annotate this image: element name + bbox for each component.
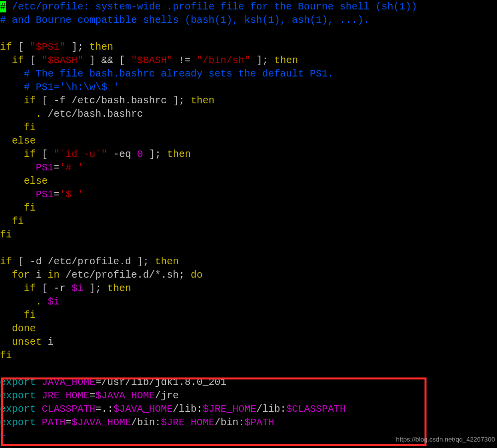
keyword-fi: fi xyxy=(24,202,36,214)
quote: " xyxy=(101,149,107,160)
indent xyxy=(0,149,24,160)
text: [ -f /etc/bash.bashrc ]; xyxy=(36,95,191,106)
text: ]; xyxy=(143,149,167,160)
indent xyxy=(0,269,12,281)
indent xyxy=(0,296,36,307)
indent xyxy=(0,202,24,214)
keyword-do: do xyxy=(191,269,203,281)
keyword-else: else xyxy=(12,135,36,147)
indent xyxy=(0,336,12,348)
text: /jre xyxy=(155,390,179,401)
equals: = xyxy=(66,417,71,428)
text: [ -d /etc/profile.d ]; xyxy=(12,256,155,267)
keyword-else: else xyxy=(24,175,48,187)
dot: . xyxy=(36,108,42,120)
indent xyxy=(0,95,24,106)
keyword-in: in xyxy=(48,269,60,281)
equals: = xyxy=(54,189,60,200)
text: ]; xyxy=(250,55,274,66)
keyword-then: then xyxy=(155,256,179,267)
text: i xyxy=(42,336,54,348)
text: [ xyxy=(12,41,30,53)
text: [ xyxy=(36,149,54,160)
variable: $JRE_HOME xyxy=(161,417,214,428)
comment: # and Bourne compatible shells (bash(1),… xyxy=(0,14,369,26)
text: =/usr/lib/jdk1.8.0_201 xyxy=(95,376,226,388)
vim-tilde: ~ xyxy=(0,430,6,442)
keyword-then: then xyxy=(274,55,298,66)
keyword-then: then xyxy=(89,41,113,53)
dot: . xyxy=(36,296,42,307)
string: "/bin/sh" xyxy=(197,55,250,66)
quote: " xyxy=(54,149,60,160)
indent xyxy=(0,135,12,147)
keyword-then: then xyxy=(107,283,131,294)
variable: $CLASSPATH xyxy=(286,403,346,415)
variable: $i xyxy=(48,296,60,307)
comment: /etc/profile: system-wide .profile file … xyxy=(6,1,417,12)
text: [ -r xyxy=(36,283,71,294)
keyword-for: for xyxy=(12,269,30,281)
space xyxy=(36,376,42,388)
indent xyxy=(0,323,12,334)
indent xyxy=(0,55,12,66)
backtick: `id -u` xyxy=(60,149,101,160)
keyword-fi: fi xyxy=(24,309,36,321)
var-name: PS1 xyxy=(36,162,54,173)
text: i xyxy=(30,269,48,281)
var-name: PS1 xyxy=(36,189,54,200)
keyword-fi: fi xyxy=(0,229,12,240)
indent xyxy=(0,162,36,173)
text: ] && [ xyxy=(83,55,131,66)
text: /etc/profile.d/*.sh; xyxy=(60,269,191,281)
keyword-if: if xyxy=(24,149,36,160)
space xyxy=(36,403,42,415)
keyword-if: if xyxy=(24,95,36,106)
text: /etc/bash.bashrc xyxy=(42,108,143,120)
keyword-if: if xyxy=(0,41,12,53)
text: -eq xyxy=(107,149,137,160)
space xyxy=(36,390,42,401)
text: != xyxy=(173,55,197,66)
string: '# ' xyxy=(60,162,83,173)
keyword-export: export xyxy=(0,376,36,388)
keyword-export: export xyxy=(0,417,36,428)
indent xyxy=(0,189,36,200)
indent xyxy=(0,283,24,294)
keyword-export: export xyxy=(0,390,36,401)
text: /lib: xyxy=(256,403,286,415)
keyword-fi: fi xyxy=(0,350,12,361)
keyword-then: then xyxy=(191,95,214,106)
indent xyxy=(0,216,12,227)
keyword-export: export xyxy=(0,403,36,415)
keyword-if: if xyxy=(12,55,24,66)
text: /bin: xyxy=(131,417,161,428)
var-name: JRE_HOME xyxy=(42,390,89,401)
indent xyxy=(0,309,24,321)
comment: # PS1='\h:\w\$ ' xyxy=(0,81,119,93)
equals: = xyxy=(89,390,95,401)
text: =.: xyxy=(95,403,113,415)
indent xyxy=(0,175,24,187)
code-editor[interactable]: # /etc/profile: system-wide .profile fil… xyxy=(0,0,497,443)
var-name: JAVA_HOME xyxy=(42,376,95,388)
keyword-then: then xyxy=(167,149,191,160)
string: "$BASH" xyxy=(131,55,173,66)
variable: $PATH xyxy=(244,417,274,428)
variable: $i xyxy=(71,283,83,294)
variable: $JAVA_HOME xyxy=(95,390,155,401)
keyword-if: if xyxy=(24,283,36,294)
keyword-unset: unset xyxy=(12,336,42,348)
keyword-fi: fi xyxy=(24,122,36,133)
text: [ xyxy=(24,55,42,66)
keyword-done: done xyxy=(12,323,36,334)
comment: # The file bash.bashrc already sets the … xyxy=(0,68,334,79)
keyword-if: if xyxy=(0,256,12,267)
string: "$PS1" xyxy=(30,41,66,53)
text: ]; xyxy=(66,41,89,53)
equals: = xyxy=(54,162,60,173)
variable: $JAVA_HOME xyxy=(71,417,131,428)
var-name: CLASSPATH xyxy=(42,403,95,415)
space xyxy=(42,296,48,307)
variable: $JAVA_HOME xyxy=(113,403,173,415)
